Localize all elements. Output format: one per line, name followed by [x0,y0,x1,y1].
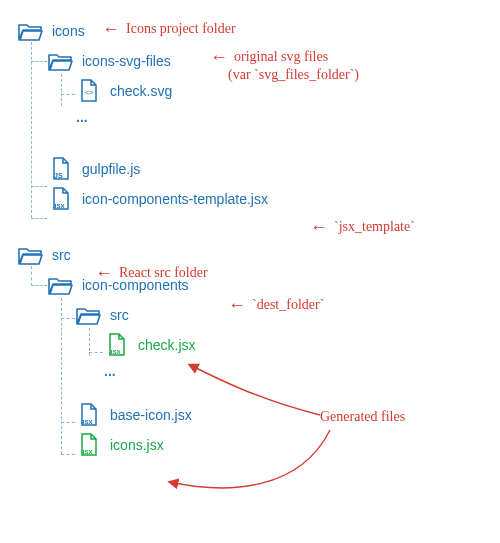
annotation-jsx-template: ←`jsx_template` [310,218,415,236]
svg-text:JSX: JSX [53,202,66,209]
file-label: base-icon.jsx [110,407,192,423]
file-svg-icon: <> [76,79,102,103]
file-label: icons.jsx [110,437,164,453]
tree-react-src: src icon-components src JSX check.jsx ..… [18,240,482,460]
arrow-left-icon: ← [310,218,328,236]
file-icons-jsx: JSX icons.jsx [76,430,482,460]
file-jsx-icon: JSX [76,403,102,427]
folder-label: src [110,307,129,323]
folder-label: src [52,247,71,263]
svg-text:JSX: JSX [109,348,122,355]
annotation-original-svg: ←original svg files (var `svg_files_fold… [210,48,359,84]
file-label: icon-components-template.jsx [82,191,268,207]
arrow-left-icon: ← [228,296,246,314]
folder-open-icon [18,243,44,267]
folder-open-icon [48,49,74,73]
tree-icons: icons icons-svg-files <> check.svg ... J… [18,16,482,214]
annotation-react-src: ←React src folder [95,264,208,282]
folder-src: src [18,240,482,270]
ellipsis: ... [104,360,482,382]
folder-label: icons [52,23,85,39]
annotation-icons-project: ←Icons project folder [102,20,236,38]
file-label: gulpfile.js [82,161,140,177]
file-check-jsx: JSX check.jsx [104,330,482,360]
svg-text:JS: JS [54,172,63,179]
file-icon-components-template-jsx: JSX icon-components-template.jsx [48,184,482,214]
arrow-left-icon: ← [95,264,113,282]
file-jsx-green-icon: JSX [76,433,102,457]
file-label: check.svg [110,83,172,99]
file-label: check.jsx [138,337,196,353]
folder-open-icon [18,19,44,43]
svg-text:<>: <> [85,89,93,96]
svg-text:JSX: JSX [81,418,94,425]
file-jsx-green-icon: JSX [104,333,130,357]
folder-icons: icons [18,16,482,46]
arrow-left-icon: ← [210,48,228,66]
arrow-left-icon: ← [102,20,120,38]
annotation-dest-folder: ←`dest_folder` [228,296,324,314]
folder-label: icons-svg-files [82,53,171,69]
file-gulpfile-js: JS gulpfile.js [48,154,482,184]
annotation-generated-files: Generated files [320,408,405,426]
folder-open-icon [76,303,102,327]
svg-text:JSX: JSX [81,448,94,455]
folder-open-icon [48,273,74,297]
file-js-icon: JS [48,157,74,181]
ellipsis: ... [76,106,482,128]
file-jsx-icon: JSX [48,187,74,211]
file-base-icon-jsx: JSX base-icon.jsx [76,400,482,430]
